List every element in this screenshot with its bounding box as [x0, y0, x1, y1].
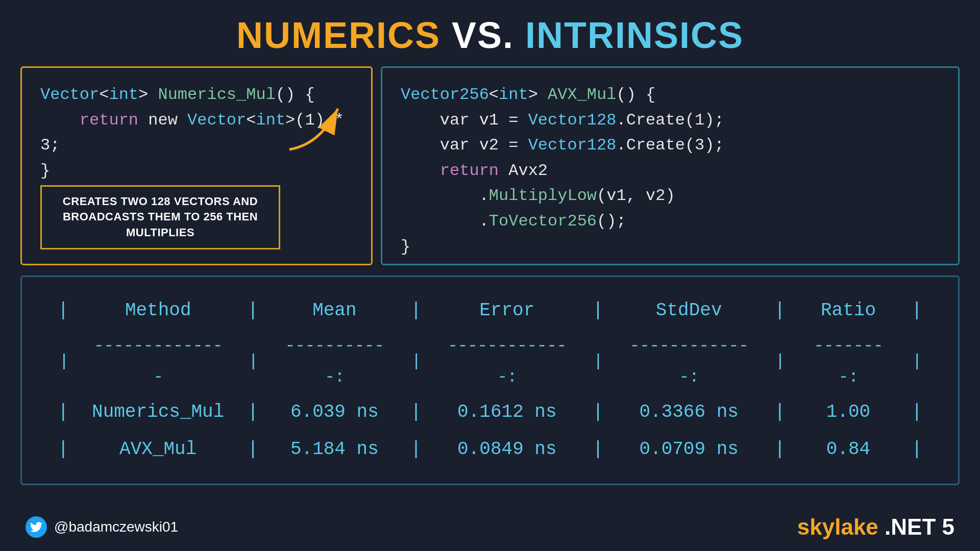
avx-line-2: var v1 = Vector128.Create(1);	[401, 108, 940, 133]
pipe: |	[901, 292, 933, 330]
table-header-row: | Method | Mean | Error | StdDev | Ratio…	[47, 292, 933, 330]
pipe: |	[237, 292, 269, 330]
col-method: Method	[79, 292, 237, 330]
cell-mean-2: 5.184 ns	[268, 431, 400, 468]
brand-dotnet: .NET 5	[885, 514, 954, 539]
code-panels: Vector<int> Numerics_Mul() { return new …	[20, 66, 960, 265]
pipe: |	[764, 431, 796, 468]
avx-line-1: Vector256<int> AVX_Mul() {	[401, 82, 940, 108]
brand: skylake .NET 5	[797, 514, 954, 540]
table-row: | Numerics_Mul | 6.039 ns | 0.1612 ns | …	[47, 394, 933, 431]
pipe: |	[47, 394, 79, 431]
pipe: |	[400, 330, 432, 394]
pipe: |	[400, 431, 432, 468]
sep-mean: -----------:	[268, 330, 400, 394]
pipe: |	[47, 292, 79, 330]
handle-text: @badamczewski01	[54, 519, 178, 535]
cell-stddev-2: 0.0709 ns	[614, 431, 764, 468]
pipe: |	[582, 394, 614, 431]
cell-error-1: 0.1612 ns	[432, 394, 582, 431]
pipe: |	[47, 330, 79, 394]
pipe: |	[237, 431, 269, 468]
benchmark-table: | Method | Mean | Error | StdDev | Ratio…	[47, 292, 933, 468]
cell-method-2: AVX_Mul	[79, 431, 237, 468]
pipe: |	[764, 330, 796, 394]
pipe: |	[237, 330, 269, 394]
brand-skylake: skylake	[797, 514, 878, 539]
annotation-text: CREATES TWO 128 VECTORS AND BROADCASTS T…	[51, 194, 270, 241]
sep-method: --------------	[79, 330, 237, 394]
footer: @badamczewski01 skylake .NET 5	[0, 514, 980, 540]
sep-ratio: --------:	[796, 330, 901, 394]
col-ratio: Ratio	[796, 292, 901, 330]
numerics-code-panel: Vector<int> Numerics_Mul() { return new …	[20, 66, 373, 265]
avx-code-panel: Vector256<int> AVX_Mul() { var v1 = Vect…	[381, 66, 960, 265]
pipe: |	[582, 292, 614, 330]
pipe: |	[764, 394, 796, 431]
pipe: |	[901, 394, 933, 431]
cell-error-2: 0.0849 ns	[432, 431, 582, 468]
pipe: |	[901, 330, 933, 394]
pipe: |	[237, 394, 269, 431]
avx-line-4: return Avx2	[401, 158, 940, 184]
benchmark-section: | Method | Mean | Error | StdDev | Ratio…	[20, 276, 960, 485]
col-error: Error	[432, 292, 582, 330]
avx-line-5: .MultiplyLow(v1, v2)	[401, 183, 940, 209]
pipe: |	[582, 431, 614, 468]
pipe: |	[400, 292, 432, 330]
pipe: |	[901, 431, 933, 468]
pipe: |	[400, 394, 432, 431]
cell-method-1: Numerics_Mul	[79, 394, 237, 431]
sep-stddev: -------------:	[614, 330, 764, 394]
arrow-icon	[279, 98, 346, 155]
pipe: |	[47, 431, 79, 468]
table-row: | AVX_Mul | 5.184 ns | 0.0849 ns | 0.070…	[47, 431, 933, 468]
cell-mean-1: 6.039 ns	[268, 394, 400, 431]
title-intrinsics: INTRINSICS	[525, 15, 744, 56]
col-mean: Mean	[268, 292, 400, 330]
title-vs: VS.	[452, 15, 525, 56]
code-line-3: }	[40, 158, 353, 184]
pipe: |	[582, 330, 614, 394]
twitter-icon	[26, 516, 47, 538]
cell-ratio-1: 1.00	[796, 394, 901, 431]
page-title: NUMERICS VS. INTRINSICS	[0, 0, 980, 66]
cell-stddev-1: 0.3366 ns	[614, 394, 764, 431]
col-stddev: StdDev	[614, 292, 764, 330]
title-numerics: NUMERICS	[236, 15, 440, 56]
cell-ratio-2: 0.84	[796, 431, 901, 468]
sep-error: -------------:	[432, 330, 582, 394]
avx-line-7: }	[401, 234, 940, 260]
twitter-handle: @badamczewski01	[26, 516, 178, 538]
pipe: |	[764, 292, 796, 330]
annotation-box: CREATES TWO 128 VECTORS AND BROADCASTS T…	[40, 185, 280, 249]
separator-row: | -------------- | -----------: | ------…	[47, 330, 933, 394]
avx-line-6: .ToVector256();	[401, 209, 940, 234]
avx-line-3: var v2 = Vector128.Create(3);	[401, 133, 940, 158]
